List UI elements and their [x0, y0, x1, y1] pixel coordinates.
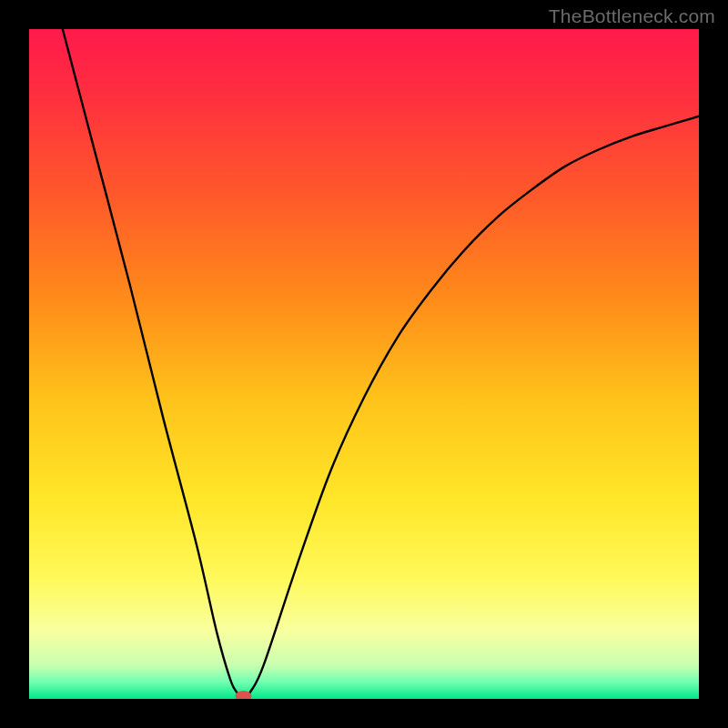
watermark-text: TheBottleneck.com	[549, 5, 715, 27]
bottleneck-chart	[29, 29, 699, 699]
chart-frame	[29, 29, 699, 699]
gradient-background	[29, 29, 699, 699]
